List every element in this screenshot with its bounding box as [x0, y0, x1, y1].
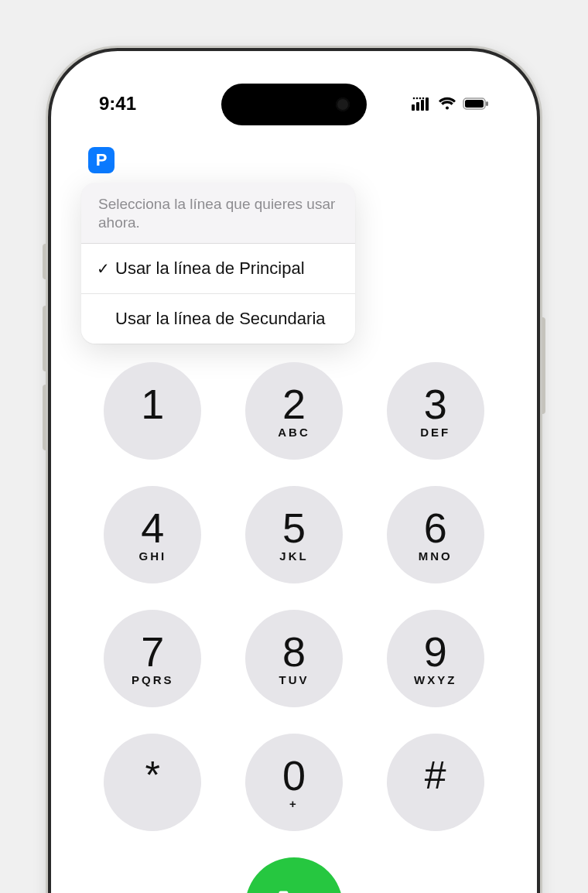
phone-frame: 9:41 [48, 48, 540, 893]
key-4[interactable]: 4 GHI [104, 486, 201, 583]
key-letters: ABC [278, 426, 310, 439]
checkmark-icon: ✓ [94, 259, 112, 278]
key-digit: * [145, 756, 160, 795]
key-digit: 1 [141, 383, 164, 425]
key-letters: GHI [138, 550, 166, 563]
key-digit: 3 [424, 383, 447, 425]
svg-rect-9 [465, 100, 484, 108]
key-5[interactable]: 5 JKL [245, 486, 343, 583]
phone-screen: 9:41 [60, 60, 528, 893]
popover-option-label: Usar la línea de Principal [115, 258, 305, 279]
svg-point-7 [422, 98, 425, 100]
key-letters: DEF [420, 426, 450, 439]
key-digit: 5 [282, 507, 306, 549]
keypad: 1 2 ABC 3 DEF 4 GHI 5 JKL 6 MNO [98, 362, 490, 893]
popover-option-label: Usar la línea de Secundaria [115, 308, 326, 330]
key-digit: 9 [424, 631, 447, 672]
line-badge-letter: P [96, 150, 108, 170]
key-7[interactable]: 7 PQRS [104, 610, 201, 707]
key-star[interactable]: * [104, 734, 201, 831]
svg-point-6 [419, 98, 422, 100]
phone-side-button [539, 317, 545, 414]
line-select-popover: Selecciona la línea que quieres usar aho… [81, 183, 355, 344]
key-digit: # [425, 756, 446, 795]
key-digit: 4 [141, 507, 164, 549]
key-6[interactable]: 6 MNO [387, 486, 484, 583]
phone-icon [274, 886, 314, 893]
cellular-icon [412, 97, 432, 111]
key-2[interactable]: 2 ABC [245, 362, 343, 460]
key-letters: TUV [279, 674, 309, 686]
status-right [412, 97, 489, 111]
popover-option-secundaria[interactable]: ✓ Usar la línea de Secundaria [81, 294, 355, 344]
key-digit: 7 [141, 631, 164, 672]
key-letters: + [289, 798, 299, 810]
key-digit: 2 [282, 383, 306, 425]
key-letters: WXYZ [414, 674, 456, 686]
key-digit: 8 [282, 631, 306, 672]
key-3[interactable]: 3 DEF [387, 362, 484, 460]
popover-header: Selecciona la línea que quieres usar aho… [81, 183, 355, 244]
svg-rect-2 [421, 100, 424, 111]
svg-point-5 [416, 98, 419, 100]
popover-option-principal[interactable]: ✓ Usar la línea de Principal [81, 244, 355, 294]
key-digit: 0 [282, 754, 306, 796]
wifi-icon [438, 97, 456, 111]
dynamic-island [221, 84, 367, 125]
key-letters: PQRS [132, 674, 174, 686]
svg-rect-3 [426, 98, 429, 111]
svg-point-4 [413, 98, 415, 100]
key-digit: 6 [424, 507, 447, 549]
line-badge-button[interactable]: P [88, 147, 115, 173]
key-letters: MNO [419, 550, 453, 563]
key-1[interactable]: 1 [104, 362, 201, 460]
call-button[interactable] [245, 857, 343, 893]
key-letters: JKL [279, 550, 308, 563]
battery-icon [463, 98, 489, 110]
svg-rect-1 [416, 102, 419, 111]
svg-rect-0 [412, 104, 415, 111]
svg-rect-10 [486, 101, 488, 106]
key-hash[interactable]: # [387, 734, 484, 831]
key-9[interactable]: 9 WXYZ [387, 610, 484, 707]
key-0[interactable]: 0 + [245, 734, 343, 831]
status-time: 9:41 [99, 93, 136, 115]
key-8[interactable]: 8 TUV [245, 610, 343, 707]
